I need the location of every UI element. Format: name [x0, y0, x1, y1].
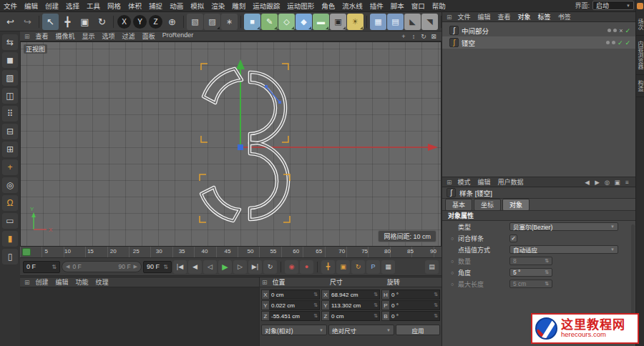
viewport-menu-item[interactable]: 显示 [79, 31, 99, 41]
menu-item[interactable]: 网格 [104, 1, 125, 11]
y-axis-arrowhead[interactable] [236, 59, 245, 69]
timeline-options-button[interactable]: ▤ [425, 260, 439, 274]
lock-icon[interactable]: ▣ [613, 179, 621, 186]
position-field[interactable]: Z -55.451 cm⇅ [261, 311, 320, 321]
position-field[interactable]: Y 0.022 cm⇅ [261, 300, 320, 310]
dock-tab[interactable]: 场次 [636, 14, 644, 36]
rotation-field[interactable]: B 0 °⇅ [381, 311, 440, 321]
keyframe-circle-icon[interactable]: ○ [451, 259, 458, 264]
stepper-icon[interactable]: ⇅ [434, 313, 438, 319]
viewport-menu-item[interactable]: 面板 [139, 31, 159, 41]
panel-grid-icon[interactable]: ⊞ [444, 14, 454, 21]
redo-icon[interactable]: ↪ [19, 14, 36, 30]
interface-dropdown[interactable]: 启动 ▼ [592, 1, 634, 10]
object-manager-menu-item[interactable]: 书签 [555, 12, 575, 21]
panel-menu-icon[interactable]: ≡ [623, 179, 631, 186]
range-right-icon[interactable]: ▶ [134, 264, 137, 270]
interpolation-dropdown[interactable]: 自动适应 ▼ [509, 245, 618, 254]
menu-item[interactable]: 运动图形 [283, 1, 318, 11]
history-back-icon[interactable]: ◀ [583, 179, 591, 186]
attribute-tab[interactable]: 对象 [502, 199, 530, 211]
coordinate-system-icon[interactable]: ⊕ [164, 14, 180, 30]
material-menu-item[interactable]: 功能 [72, 277, 92, 287]
current-frame-field[interactable]: 0 F ⇅ [23, 261, 60, 273]
attribute-tab[interactable]: 基本 [445, 199, 472, 211]
menu-item[interactable]: 渲染 [208, 1, 228, 11]
mouse-input-icon[interactable]: ▮ [2, 231, 18, 247]
prev-key-button[interactable]: ◀ [188, 260, 202, 274]
rotate-tool-icon[interactable]: ↻ [94, 14, 110, 30]
add-cube-icon[interactable]: ■ [244, 14, 260, 30]
viewport-menu-item[interactable]: 查看 [32, 31, 52, 41]
object-manager-menu-item[interactable]: 文件 [454, 12, 474, 21]
keyframe-scale-toggle[interactable]: ▣ [336, 260, 350, 274]
stepper-icon[interactable]: ⇅ [545, 270, 549, 275]
menu-item[interactable]: 插件 [366, 1, 387, 11]
y-axis-lock-icon[interactable]: Y [133, 15, 147, 29]
layer-dot-icon[interactable] [606, 41, 610, 44]
enable-toggle-icon[interactable]: ✓ [618, 39, 623, 46]
object-row-selected[interactable]: ʃ 镂空 ✓ ✓ [442, 36, 636, 49]
rotation-field[interactable]: P 0 °⇅ [381, 300, 440, 310]
play-button[interactable]: ▶ [218, 260, 232, 274]
toolbar-icon[interactable] [364, 14, 369, 30]
dock-handle-icon[interactable] [637, 3, 643, 9]
menu-item[interactable]: 流水线 [338, 1, 366, 11]
zoom-view-icon[interactable]: ↕ [409, 33, 418, 40]
viewport-menu-item[interactable]: 摄像机 [52, 31, 79, 41]
toolbar-icon[interactable] [181, 14, 186, 30]
object-manager-menu-item[interactable]: 编辑 [474, 12, 494, 21]
subdivision-surface-icon[interactable]: ◇ [278, 14, 295, 30]
edges-mode-icon[interactable]: ⊟ [2, 124, 18, 139]
menu-item[interactable]: 创建 [42, 1, 62, 11]
object-row[interactable]: ʃ 中间部分 × ✓ [442, 24, 636, 36]
coordinate-mode-dropdown[interactable]: 对象(相对) ▼ [261, 325, 327, 335]
viewport-menu-item[interactable]: ProRender [159, 31, 197, 41]
keyframe-circle-icon[interactable]: ○ [451, 236, 458, 241]
size-mode-dropdown[interactable]: 绝对尺寸 ▼ [328, 325, 394, 335]
floor-object-icon[interactable]: ▬ [313, 14, 329, 30]
toolbar-icon[interactable] [111, 14, 116, 30]
enable-toggle-icon[interactable]: ✓ [625, 27, 630, 34]
position-field[interactable]: X 0 cm⇅ [261, 290, 320, 300]
render-picture-viewer-icon[interactable]: ▨ [204, 14, 220, 30]
z-axis-lock-icon[interactable]: Z [149, 15, 162, 29]
menu-item[interactable]: 编辑 [21, 1, 42, 11]
layer-dot-icon[interactable] [608, 29, 611, 32]
keyframe-position-toggle[interactable]: ╋ [321, 260, 335, 274]
transport-button[interactable] [278, 260, 283, 274]
pan-view-icon[interactable]: + [399, 33, 408, 40]
size-field[interactable]: X 68.942 cm⇅ [321, 290, 380, 300]
goto-start-button[interactable]: |◀ [173, 260, 187, 274]
array-view-icon[interactable]: ▦ [370, 14, 386, 30]
menu-item[interactable]: 运动跟踪 [249, 1, 283, 11]
workplane-lock-icon[interactable]: ▭ [2, 213, 18, 229]
x-axis-arrowhead[interactable] [428, 144, 438, 151]
generator-icon[interactable]: ◆ [296, 14, 312, 30]
polygon-faces-icon[interactable]: ◣ [404, 14, 421, 30]
material-menu-item[interactable]: 纹理 [92, 277, 112, 287]
render-view-icon[interactable]: ▧ [187, 14, 203, 30]
menu-item[interactable]: 工具 [83, 1, 104, 11]
stepper-icon[interactable]: ⇅ [374, 302, 378, 308]
menu-item[interactable]: 动画 [166, 1, 187, 11]
keyframe-parameter-toggle[interactable]: P [366, 260, 380, 274]
keyframe-circle-icon[interactable]: ○ [451, 270, 458, 275]
apply-button[interactable]: 应用 [396, 325, 440, 335]
loop-mode-button[interactable]: ↻ [263, 260, 277, 274]
keyboard-input-icon[interactable]: ▯ [2, 249, 18, 265]
stepper-icon[interactable]: ⇅ [434, 302, 438, 308]
timeline-playhead[interactable] [22, 248, 31, 256]
light-object-icon[interactable]: ☀ [347, 14, 364, 30]
viewport-menu-item[interactable]: 过滤 [119, 31, 139, 41]
render-settings-icon[interactable]: ∗ [221, 14, 238, 30]
menu-item[interactable]: 选择 [62, 1, 83, 11]
spline-shape-outline[interactable] [201, 69, 288, 221]
points-mode-icon[interactable]: ⠿ [2, 106, 18, 122]
stepper-icon[interactable]: ⇅ [313, 313, 318, 319]
panel-grid-icon[interactable]: ⊞ [22, 279, 32, 286]
section-header[interactable]: 对象属性 [442, 211, 636, 221]
menu-item[interactable]: 窗口 [408, 1, 429, 11]
live-selection-icon[interactable]: ↖ [42, 14, 59, 30]
size-field[interactable]: Y 113.302 cm⇅ [321, 300, 380, 310]
